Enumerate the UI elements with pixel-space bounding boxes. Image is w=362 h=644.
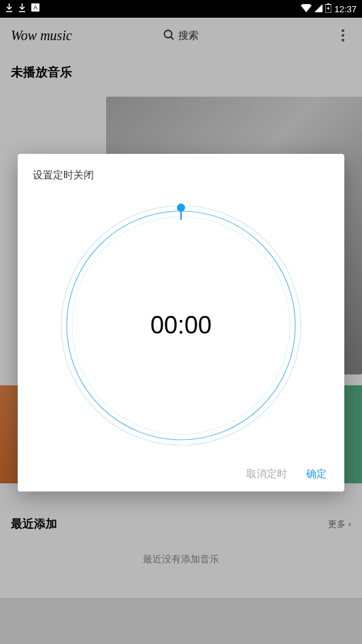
timer-value: 00:00: [150, 311, 212, 340]
timer-dial[interactable]: 00:00: [55, 199, 307, 451]
recent-header: 最近添加 更多 ›: [11, 516, 351, 532]
app-header: Wow music 搜索: [0, 18, 362, 53]
search-icon: [163, 29, 174, 42]
status-time: 12:37: [334, 4, 357, 14]
empty-text: 最近没有添加音乐: [11, 553, 351, 566]
cancel-timer-button[interactable]: 取消定时: [246, 468, 287, 481]
chevron-right-icon: ›: [348, 519, 351, 529]
timer-dialog: 设置定时关闭 00:00 取消定时 确定: [18, 154, 344, 492]
dial-handle[interactable]: [177, 204, 185, 212]
dot-icon: [342, 34, 344, 37]
status-bar: A 12:37: [0, 0, 362, 18]
wifi-icon: [301, 4, 312, 14]
svg-text:A: A: [33, 4, 37, 11]
app-notification-icon: A: [31, 3, 39, 14]
signal-icon: [314, 4, 323, 14]
search-button[interactable]: 搜索: [163, 29, 199, 42]
recent-title: 最近添加: [11, 516, 57, 532]
dot-icon: [342, 29, 344, 32]
download-icon: [5, 3, 13, 14]
svg-point-4: [165, 30, 172, 37]
dialog-actions: 取消定时 确定: [33, 468, 329, 481]
more-menu-button[interactable]: [335, 27, 351, 44]
battery-icon: [325, 3, 331, 15]
app-title: Wow music: [11, 28, 72, 44]
ok-button[interactable]: 确定: [306, 468, 327, 481]
dialog-title: 设置定时关闭: [33, 169, 329, 182]
svg-rect-3: [327, 3, 329, 5]
search-label: 搜索: [178, 29, 199, 42]
dot-icon: [342, 39, 344, 42]
download-icon: [18, 3, 26, 14]
unplayed-section-title: 未播放音乐: [11, 64, 351, 80]
more-link[interactable]: 更多 ›: [328, 518, 351, 530]
